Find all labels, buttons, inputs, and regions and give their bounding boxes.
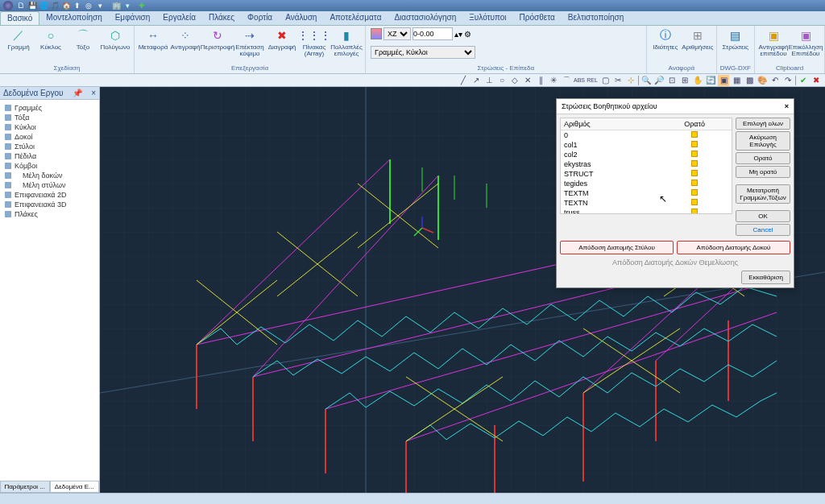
view-icon[interactable]: ▣: [718, 75, 729, 86]
dialog-titlebar[interactable]: Στρώσεις Βοηθητικού αρχείου ×: [557, 99, 794, 114]
tool-μεταφορά[interactable]: ↔Μεταφορά: [138, 27, 168, 51]
tree-item[interactable]: Κόμβοι: [3, 161, 96, 171]
snap-line-icon[interactable]: ╱: [458, 75, 469, 86]
tool-αριθμήσεις[interactable]: ⊞Αριθμήσεις: [682, 27, 713, 51]
zoom-in-icon[interactable]: 🔍: [641, 75, 652, 86]
tree-item[interactable]: Επιφανειακά 2D: [3, 190, 96, 200]
tab-data[interactable]: Δεδομένα Ε...: [50, 481, 100, 493]
options-icon[interactable]: ⚙: [464, 30, 471, 39]
tree-item[interactable]: Μέλη στύλων: [3, 180, 96, 190]
tool-περιστροφή[interactable]: ↻Περιστροφή: [202, 27, 233, 51]
layer-row[interactable]: col2: [561, 150, 732, 159]
snap-intersect-icon[interactable]: ✳: [548, 75, 559, 86]
tree-item[interactable]: Πέδιλα: [3, 151, 96, 161]
close-icon[interactable]: ×: [785, 102, 789, 110]
deselect-button[interactable]: Ακύρωση Επιλογής: [736, 131, 790, 151]
layer-visible-checkbox[interactable]: [657, 198, 732, 208]
tree-item[interactable]: Μέλη δοκών: [3, 171, 96, 180]
layer-row[interactable]: tegides: [561, 179, 732, 188]
coord-input[interactable]: [412, 27, 453, 40]
tab-αποτελέσματα[interactable]: Αποτελέσματα: [323, 11, 388, 25]
tree-item[interactable]: Κύκλοι: [3, 122, 96, 132]
tab-βασικό[interactable]: Βασικό: [0, 11, 39, 25]
col-number[interactable]: Αριθμός: [561, 118, 657, 130]
snap-ray-icon[interactable]: ↗: [471, 75, 482, 86]
layer-visible-checkbox[interactable]: [657, 140, 732, 150]
tab-βελτιστοποίηση[interactable]: Βελτιστοποίηση: [562, 11, 631, 25]
layer-row[interactable]: 0: [561, 130, 732, 141]
tool-στρώσεις[interactable]: ▤Στρώσεις: [720, 27, 751, 51]
tab-εργαλεία[interactable]: Εργαλεία: [156, 11, 202, 25]
tool-πολύγωνο[interactable]: ⬡Πολύγωνο: [100, 27, 131, 51]
tool-πολλαπλές-επιλογές[interactable]: ▮Πολλαπλές επιλογές: [331, 27, 362, 57]
pan-icon[interactable]: ✋: [692, 75, 703, 86]
assign-column-section-button[interactable]: Απόδοση Διατομής Στύλου: [560, 241, 674, 254]
tool-γραμμή[interactable]: ／Γραμμή: [3, 27, 34, 51]
tree-item[interactable]: Επιφανειακά 3D: [3, 200, 96, 209]
tab-params[interactable]: Παράμετροι ...: [0, 481, 50, 493]
tree-item[interactable]: Τόξα: [3, 113, 96, 122]
layer-row[interactable]: ekystras: [561, 159, 732, 169]
tab-ξυλότυποι[interactable]: Ξυλότυποι: [462, 11, 512, 25]
qat-plus-icon[interactable]: ✚: [137, 1, 147, 10]
layer-visible-checkbox[interactable]: [657, 130, 732, 141]
visible-button[interactable]: Ορατό: [736, 152, 790, 164]
tree-item[interactable]: Γραμμές: [3, 103, 96, 113]
tool-διαγραφή[interactable]: ✖Διαγραφή: [267, 27, 297, 51]
snap-arc-icon[interactable]: ⌒: [561, 75, 572, 86]
view3-icon[interactable]: ▩: [744, 75, 755, 86]
layer-row[interactable]: STRUCT: [561, 169, 732, 179]
app-orb-icon[interactable]: [3, 1, 13, 10]
assign-beam-section-button[interactable]: Απόδοση Διατομής Δοκού: [677, 241, 790, 254]
layer-row[interactable]: TEXTN: [561, 198, 732, 208]
tab-διαστασιολόγηση[interactable]: Διαστασιολόγηση: [388, 11, 462, 25]
snap-abs-icon[interactable]: ABS: [574, 75, 585, 86]
layer-visible-checkbox[interactable]: [657, 179, 732, 188]
snap-perp-icon[interactable]: ⊥: [483, 75, 495, 86]
tool-αντιγραφή[interactable]: ⁘Αντιγραφή: [170, 27, 201, 51]
qat-save-icon[interactable]: 💾: [27, 1, 37, 10]
snap-square-icon[interactable]: ▢: [599, 75, 611, 86]
tree-item[interactable]: Στύλοι: [3, 142, 96, 151]
tree-item[interactable]: Δοκοί: [3, 132, 96, 142]
tool-ιδιότητες[interactable]: ⓘΙδιότητες: [650, 27, 681, 51]
zoom-window-icon[interactable]: ⊡: [666, 75, 678, 86]
project-tree[interactable]: ΓραμμέςΤόξαΚύκλοιΔοκοίΣτύλοιΠέδιλαΚόμβοι…: [0, 100, 99, 481]
tab-φορτία[interactable]: Φορτία: [241, 11, 279, 25]
layers-list[interactable]: Αριθμός Ορατό 0col1col2ekystrasSTRUCTteg…: [560, 118, 732, 214]
qat-more-icon[interactable]: ▾: [122, 1, 132, 10]
render-icon[interactable]: 🎨: [757, 75, 768, 86]
layer-visible-checkbox[interactable]: [657, 169, 732, 179]
qat-sound-icon[interactable]: 🎵: [50, 1, 60, 10]
qat-up-icon[interactable]: ⬆: [73, 1, 82, 10]
snap-rel-icon[interactable]: REL: [587, 75, 598, 86]
convert-lines-button[interactable]: Μετατροπή Γραμμών,Τόξων: [736, 184, 790, 204]
tool-επέκταση-κόψιμο[interactable]: ⇢Επέκταση κόψιμο: [234, 27, 265, 57]
tab-μοντελοποίηση[interactable]: Μοντελοποίηση: [39, 11, 108, 25]
layer-visible-checkbox[interactable]: [657, 188, 732, 198]
clear-button[interactable]: Εκκαθάριση: [741, 271, 790, 284]
cancel-icon[interactable]: ✖: [810, 75, 822, 86]
layer-row[interactable]: TEXTM: [561, 188, 732, 198]
layer-visible-checkbox[interactable]: [657, 208, 732, 214]
pin-icon[interactable]: 📌: [73, 89, 82, 97]
close-icon[interactable]: ×: [91, 89, 96, 97]
rotate-icon[interactable]: 🔄: [705, 75, 716, 86]
layer-select[interactable]: Γραμμές, Κύκλοι: [371, 46, 475, 59]
axis-select[interactable]: XZ: [383, 27, 411, 40]
layer-row[interactable]: truss: [561, 208, 732, 214]
qat-globe-icon[interactable]: 🌐: [39, 1, 48, 10]
zoom-out-icon[interactable]: 🔎: [653, 75, 665, 86]
select-all-button[interactable]: Επιλογή ολων: [736, 118, 790, 130]
view2-icon[interactable]: ▦: [731, 75, 742, 86]
tab-εμφάνιση[interactable]: Εμφάνιση: [109, 11, 157, 25]
layer-visible-checkbox[interactable]: [657, 159, 732, 169]
tool-πίνακας-(array)[interactable]: ⋮⋮⋮Πίνακας (Array): [299, 27, 330, 57]
tab-ανάλυση[interactable]: Ανάλυση: [279, 11, 323, 25]
col-visible[interactable]: Ορατό: [657, 118, 732, 130]
cancel-button[interactable]: Cancel: [736, 224, 790, 236]
tab-πρόσθετα[interactable]: Πρόσθετα: [513, 11, 562, 25]
tab-πλάκες[interactable]: Πλάκες: [202, 11, 241, 25]
tool-αντιγραφή-επιπέδου[interactable]: ▣Αντιγραφή επιπέδου: [758, 27, 789, 57]
spinner-icon[interactable]: ▴▾: [454, 30, 462, 39]
